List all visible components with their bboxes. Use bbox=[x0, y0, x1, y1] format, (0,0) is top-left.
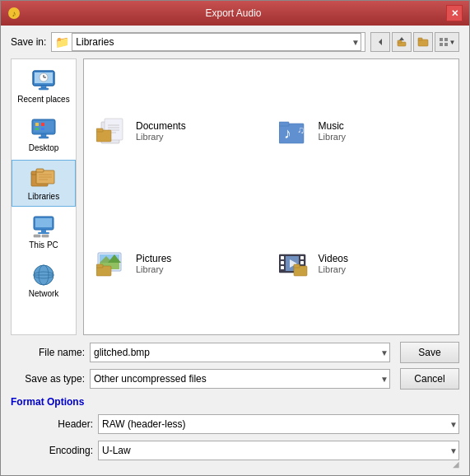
header-combo: RAW (header-less) WAV AIFF ▼ bbox=[98, 414, 459, 434]
svg-rect-9 bbox=[444, 38, 448, 41]
svg-rect-22 bbox=[35, 123, 39, 126]
cancel-button[interactable]: Cancel bbox=[400, 368, 459, 390]
svg-rect-52 bbox=[96, 128, 103, 132]
list-item[interactable]: Videos Library bbox=[273, 198, 453, 328]
filetype-label: Save as type: bbox=[11, 373, 85, 385]
svg-rect-68 bbox=[300, 256, 304, 259]
up-folder-button[interactable] bbox=[392, 32, 412, 52]
sidebar-item-desktop[interactable]: Desktop bbox=[12, 111, 76, 158]
svg-marker-5 bbox=[399, 37, 404, 40]
sidebar-item-this-pc[interactable]: This PC bbox=[12, 208, 76, 255]
svg-text:♪: ♪ bbox=[12, 9, 16, 18]
format-fields: Header: RAW (header-less) WAV AIFF ▼ Enc… bbox=[11, 414, 459, 460]
pictures-type: Library bbox=[136, 264, 171, 274]
filename-row: File name: glitched.bmp ▼ Save bbox=[11, 342, 459, 363]
svg-text:♪: ♪ bbox=[284, 125, 291, 142]
svg-rect-37 bbox=[41, 230, 46, 232]
music-file-icon: ♪ ♫ bbox=[279, 114, 312, 147]
action-buttons: Save bbox=[400, 342, 459, 363]
header-label: Header: bbox=[27, 418, 93, 430]
svg-rect-65 bbox=[281, 256, 284, 259]
resize-handle: ◢ bbox=[453, 460, 459, 469]
this-pc-icon bbox=[29, 214, 58, 239]
filetype-combo: Other uncompressed files WAV AIFF MP3 ▼ bbox=[90, 369, 390, 389]
format-title: Format Options bbox=[11, 396, 459, 408]
network-icon bbox=[29, 263, 58, 287]
libraries-icon bbox=[29, 166, 58, 190]
dialog-body: Save in: 📁 Libraries Desktop Documents T… bbox=[1, 26, 469, 475]
list-item[interactable]: Pictures Library bbox=[91, 198, 270, 328]
music-type: Library bbox=[319, 132, 347, 142]
svg-marker-2 bbox=[379, 39, 382, 45]
svg-rect-11 bbox=[444, 43, 448, 46]
videos-file-icon bbox=[279, 247, 312, 280]
view-dropdown-arrow: ▼ bbox=[449, 39, 456, 46]
svg-rect-21 bbox=[34, 121, 54, 132]
pictures-file-icon bbox=[96, 247, 129, 280]
svg-rect-19 bbox=[39, 88, 49, 90]
file-area: Documents Library ♪ ♫ bbox=[83, 58, 459, 335]
pictures-name: Pictures bbox=[136, 253, 171, 264]
encoding-combo: U-Law A-Law PCM ADPCM ▼ bbox=[98, 441, 459, 460]
encoding-label: Encoding: bbox=[27, 445, 93, 456]
documents-type: Library bbox=[136, 132, 186, 142]
svg-rect-67 bbox=[281, 266, 284, 269]
filetype-row: Save as type: Other uncompressed files W… bbox=[11, 368, 459, 390]
filename-label: File name: bbox=[11, 347, 85, 358]
toolbar-buttons: ▼ bbox=[370, 32, 459, 52]
view-button[interactable]: ▼ bbox=[435, 32, 459, 52]
save-in-label: Save in: bbox=[11, 36, 46, 48]
documents-file-icon bbox=[96, 114, 129, 147]
svg-rect-69 bbox=[300, 261, 304, 264]
new-folder-button[interactable] bbox=[413, 32, 433, 52]
list-item[interactable]: ♪ ♫ Music Library bbox=[273, 66, 453, 195]
encoding-dropdown[interactable]: U-Law A-Law PCM ADPCM bbox=[98, 441, 459, 460]
back-button[interactable] bbox=[370, 32, 390, 52]
encoding-row: Encoding: U-Law A-Law PCM ADPCM ▼ bbox=[27, 441, 459, 460]
filename-combo: glitched.bmp ▼ bbox=[90, 343, 390, 362]
close-button[interactable]: ✕ bbox=[446, 5, 463, 21]
svg-rect-23 bbox=[41, 123, 44, 126]
filetype-dropdown[interactable]: Other uncompressed files WAV AIFF MP3 bbox=[90, 369, 390, 389]
sidebar-item-desktop-label: Desktop bbox=[29, 143, 59, 152]
svg-rect-66 bbox=[281, 261, 284, 264]
svg-rect-7 bbox=[418, 38, 422, 40]
cancel-button-container: Cancel bbox=[400, 368, 459, 390]
videos-type: Library bbox=[319, 264, 348, 274]
svg-rect-63 bbox=[96, 264, 103, 268]
filename-dropdown[interactable]: glitched.bmp bbox=[90, 343, 390, 362]
sidebar: Recent places bbox=[11, 58, 77, 335]
svg-rect-18 bbox=[41, 86, 46, 88]
main-area: Recent places bbox=[11, 58, 459, 335]
svg-rect-26 bbox=[41, 134, 46, 137]
resize-area: ◢ bbox=[11, 460, 459, 469]
save-in-row: Save in: 📁 Libraries Desktop Documents T… bbox=[11, 32, 459, 52]
header-row: Header: RAW (header-less) WAV AIFF ▼ bbox=[27, 414, 459, 434]
svg-rect-24 bbox=[35, 128, 39, 130]
sidebar-item-recent-places[interactable]: Recent places bbox=[12, 63, 76, 110]
title-bar-icon: ♪ bbox=[7, 7, 21, 20]
sidebar-item-recent-places-label: Recent places bbox=[17, 95, 69, 104]
bottom-fields: File name: glitched.bmp ▼ Save Save as t… bbox=[11, 342, 459, 390]
sidebar-item-network-label: Network bbox=[29, 289, 59, 298]
dialog-title: Export Audio bbox=[21, 7, 446, 19]
svg-rect-38 bbox=[38, 232, 49, 234]
sidebar-item-this-pc-label: This PC bbox=[29, 240, 58, 250]
export-audio-dialog: ♪ Export Audio ✕ Save in: 📁 Libraries De… bbox=[0, 0, 470, 476]
save-button[interactable]: Save bbox=[400, 342, 459, 363]
sidebar-item-libraries[interactable]: Libraries bbox=[12, 160, 76, 207]
svg-rect-25 bbox=[41, 128, 44, 130]
header-dropdown[interactable]: RAW (header-less) WAV AIFF bbox=[98, 414, 459, 434]
sidebar-item-network[interactable]: Network bbox=[12, 257, 76, 304]
recent-places-icon bbox=[29, 68, 58, 93]
svg-rect-31 bbox=[36, 169, 44, 172]
videos-name: Videos bbox=[319, 253, 348, 264]
svg-rect-8 bbox=[440, 38, 443, 41]
svg-rect-10 bbox=[440, 43, 443, 46]
save-in-dropdown[interactable]: Libraries Desktop Documents This PC bbox=[72, 33, 361, 51]
documents-name: Documents bbox=[136, 120, 186, 132]
svg-rect-27 bbox=[39, 137, 49, 138]
list-item[interactable]: Documents Library bbox=[91, 66, 270, 195]
svg-rect-4 bbox=[398, 40, 402, 43]
save-in-folder-icon: 📁 bbox=[55, 35, 69, 49]
